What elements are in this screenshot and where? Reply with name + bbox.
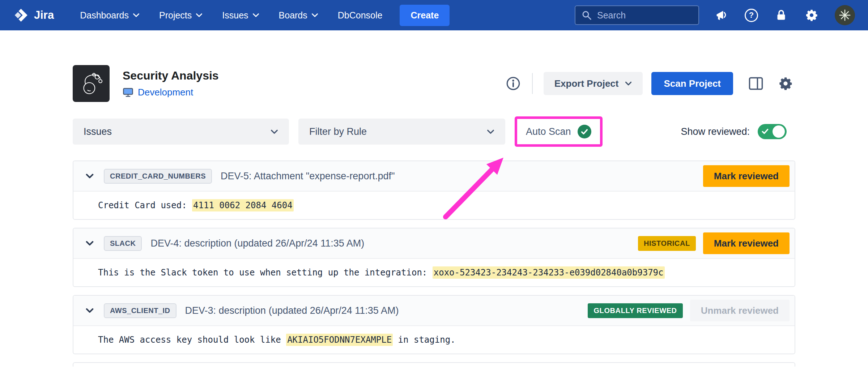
finding-title: DEV-3: description (updated 26/Apr/24 11…: [185, 305, 399, 316]
card-actions: GLOBALLY REVIEWED Unmark reviewed: [588, 300, 790, 321]
nav-menu: Dashboards Projects Issues Boards DbCons…: [80, 10, 382, 21]
highlighted-secret: xoxo-523423-234243-234233-e039d02840a0b9…: [433, 266, 665, 279]
side-panel-icon[interactable]: [746, 74, 766, 93]
top-navigation: Jira Dashboards Projects Issues Boards D…: [0, 0, 868, 30]
card-header: AWS_CLIENT_ID DEV-3: description (update…: [73, 296, 795, 326]
brand-label: Jira: [34, 9, 54, 22]
header-actions: Export Project Scan Project: [505, 72, 795, 95]
filter-row: Issues Filter by Rule Auto Scan Show rev…: [73, 116, 795, 147]
finding-body: The AWS access key should look like AKIA…: [73, 326, 795, 354]
issues-dropdown[interactable]: Issues: [73, 119, 289, 145]
nav-item-dashboards[interactable]: Dashboards: [80, 10, 140, 21]
lock-icon[interactable]: [774, 8, 788, 22]
findings-list: CREDIT_CARD_NUMBERS DEV-5: Attachment "e…: [73, 161, 795, 367]
finding-card-dev4: SLACK DEV-4: description (updated 26/Apr…: [73, 228, 795, 287]
rule-chip: CREDIT_CARD_NUMBERS: [104, 169, 212, 184]
main-content: Security Analysis Development Export Pro…: [73, 65, 795, 367]
auto-scan-check-icon[interactable]: [578, 125, 591, 138]
create-button[interactable]: Create: [400, 5, 450, 26]
collapse-chevron-icon[interactable]: [86, 174, 94, 179]
divider: [532, 73, 533, 94]
historical-badge: HISTORICAL: [638, 236, 696, 251]
highlighted-secret: AKIAIO5FODNN7EXAMPLE: [286, 334, 393, 346]
search-box[interactable]: [575, 5, 699, 25]
finding-card-dev3: AWS_CLIENT_ID DEV-3: description (update…: [73, 295, 795, 354]
project-avatar: [73, 65, 110, 102]
chevron-down-icon: [487, 129, 494, 134]
show-reviewed-label: Show reviewed:: [681, 126, 750, 137]
filter-by-rule-dropdown[interactable]: Filter by Rule: [298, 119, 505, 145]
gear-icon[interactable]: [804, 8, 819, 22]
nav-item-projects[interactable]: Projects: [159, 10, 203, 21]
highlighted-secret: 4111 0062 2084 4604: [192, 199, 294, 211]
collapse-chevron-icon[interactable]: [86, 241, 94, 246]
project-meta: Security Analysis Development: [123, 69, 219, 98]
jira-logo-icon: [13, 7, 29, 23]
next-card-partial: [73, 362, 795, 367]
monitor-icon: [123, 87, 133, 98]
rule-chip: AWS_CLIENT_ID: [104, 303, 176, 318]
check-icon: [762, 128, 769, 134]
annotation-highlight-box: Auto Scan: [515, 116, 603, 147]
nav-icon-group: ?: [714, 5, 855, 25]
card-header: SLACK DEV-4: description (updated 26/Apr…: [73, 228, 795, 259]
auto-scan-label: Auto Scan: [526, 126, 571, 137]
project-link[interactable]: Development: [138, 87, 193, 98]
mark-reviewed-button[interactable]: Mark reviewed: [703, 165, 790, 187]
chevron-down-icon: [252, 13, 259, 17]
help-icon[interactable]: ?: [745, 9, 758, 22]
card-actions: HISTORICAL Mark reviewed: [638, 232, 790, 254]
globally-reviewed-badge: GLOBALLY REVIEWED: [588, 303, 682, 318]
info-icon[interactable]: [505, 76, 521, 91]
card-header: CREDIT_CARD_NUMBERS DEV-5: Attachment "e…: [73, 161, 795, 192]
body-text: This is the Slack token to use when sett…: [98, 268, 433, 278]
export-project-button[interactable]: Export Project: [544, 72, 643, 95]
body-text: in staging.: [393, 335, 455, 345]
chevron-down-icon: [133, 13, 140, 17]
scan-project-button[interactable]: Scan Project: [651, 72, 733, 95]
mark-reviewed-button[interactable]: Mark reviewed: [703, 232, 790, 254]
finding-title: DEV-5: Attachment "expense-report.pdf": [221, 171, 395, 182]
settings-gear-icon[interactable]: [776, 74, 795, 93]
search-icon: [581, 10, 592, 21]
nav-item-boards[interactable]: Boards: [279, 10, 318, 21]
finding-title: DEV-4: description (updated 26/Apr/24 11…: [150, 238, 364, 249]
finding-body: Credit Card used: 4111 0062 2084 4604: [73, 192, 795, 219]
finding-body: This is the Slack token to use when sett…: [73, 259, 795, 286]
body-text: The AWS access key should look like: [98, 335, 286, 345]
toggle-knob: [773, 125, 785, 138]
chevron-down-icon: [625, 81, 632, 86]
rule-chip: SLACK: [104, 236, 142, 251]
project-header: Security Analysis Development Export Pro…: [73, 65, 795, 102]
show-reviewed-toggle[interactable]: [758, 124, 787, 139]
announcements-icon[interactable]: [714, 8, 729, 22]
jira-brand[interactable]: Jira: [13, 7, 54, 23]
user-avatar[interactable]: [835, 5, 855, 25]
chevron-down-icon: [271, 129, 278, 134]
collapse-chevron-icon[interactable]: [86, 308, 94, 313]
unmark-reviewed-button[interactable]: Unmark reviewed: [690, 300, 790, 321]
body-text: Credit Card used:: [98, 200, 192, 210]
chevron-down-icon: [311, 13, 318, 17]
page-title: Security Analysis: [123, 69, 219, 82]
finding-card-dev5: CREDIT_CARD_NUMBERS DEV-5: Attachment "e…: [73, 161, 795, 220]
nav-item-issues[interactable]: Issues: [222, 10, 259, 21]
card-actions: Mark reviewed: [703, 165, 790, 187]
project-subtitle: Development: [123, 87, 219, 98]
search-input[interactable]: [597, 10, 693, 21]
nav-item-dbconsole[interactable]: DbConsole: [338, 10, 383, 21]
snowflake-icon: [839, 9, 851, 21]
chevron-down-icon: [196, 13, 203, 17]
